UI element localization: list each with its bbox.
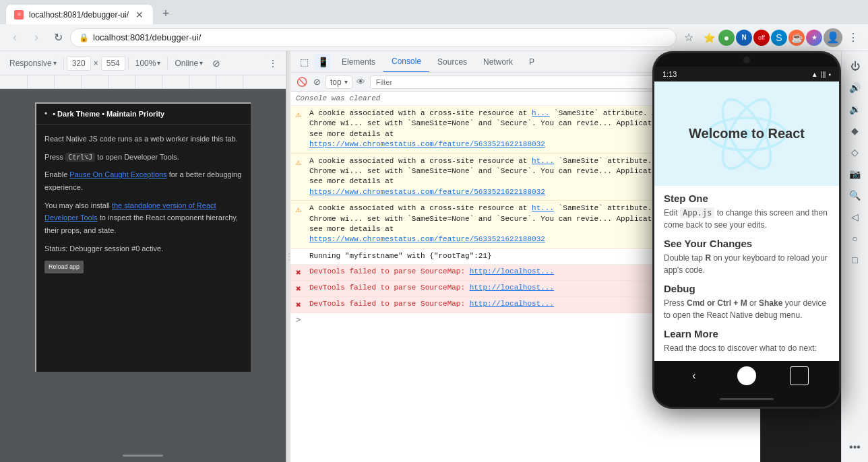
camera-notch	[743, 57, 750, 63]
more-actions-icon-btn[interactable]: •••	[846, 438, 865, 457]
recents-icon-btn[interactable]: □	[846, 251, 865, 269]
viewport-divider3	[167, 57, 168, 69]
error-icon-1: ✖	[296, 267, 305, 278]
ext2[interactable]: ●	[718, 30, 735, 46]
page-container: • • Dark Theme • Maintain Priority React…	[35, 102, 251, 372]
ext5[interactable]: S	[771, 30, 787, 46]
prompt-icon: >	[296, 316, 301, 325]
tab-network[interactable]: Network	[475, 51, 521, 72]
warning-link-1[interactable]: h...	[532, 109, 549, 117]
camera-icon-btn[interactable]: 📷	[846, 164, 865, 183]
phone-content: Step One Edit App.js to change this scre…	[654, 186, 839, 361]
body-text-1: React Native JS code runs as a web worke…	[44, 133, 243, 145]
console-clear-btn[interactable]: 🚫	[296, 76, 308, 88]
zoom-select[interactable]: 100% ▾	[131, 56, 165, 71]
context-chevron-icon: ▾	[344, 78, 348, 86]
diamond-icon-btn[interactable]: ◆	[846, 121, 865, 140]
x-separator: ×	[94, 59, 98, 68]
reload-button[interactable]: ↻	[49, 28, 67, 47]
see-changes-text: Double tap R on your keyboard to reload …	[664, 252, 830, 276]
learn-more-text: Read the docs to discover what to do nex…	[664, 342, 830, 354]
more-options-btn[interactable]: ⋮	[266, 55, 280, 71]
tab-sources[interactable]: Sources	[429, 51, 475, 72]
phone-time: 1:13	[662, 70, 677, 78]
debug-text: Press Cmd or Ctrl + M or Shake your devi…	[664, 297, 830, 321]
tab-console[interactable]: Console	[383, 51, 429, 72]
ruler-bar	[0, 75, 286, 89]
viewport-toolbar: Responsive ▾ × 100% ▾ Online ▾ ⊘ ⋮	[0, 51, 286, 75]
warning-link-2[interactable]: ht...	[532, 157, 554, 165]
body-text-4: You may also install the standalone vers…	[44, 199, 243, 237]
warning-link-3[interactable]: ht...	[532, 204, 554, 212]
network-label: Online	[175, 59, 198, 68]
tab-elements[interactable]: Elements	[334, 51, 383, 72]
ext4[interactable]: off	[753, 30, 770, 46]
network-chevron-icon: ▾	[199, 59, 203, 67]
sourcemap-link-2[interactable]: http://localhost...	[470, 284, 554, 292]
device-toggle-btn[interactable]: 📱	[315, 54, 331, 70]
viewport-width-input[interactable]	[67, 56, 91, 71]
warn-icon-1: ⚠	[296, 109, 305, 120]
page-header: • • Dark Theme • Maintain Priority	[36, 104, 251, 124]
forward-button[interactable]: ›	[27, 28, 46, 47]
pause-exceptions-link[interactable]: Pause On Caught Exceptions	[69, 170, 166, 178]
learn-more-title: Learn More	[664, 328, 830, 339]
sourcemap-link-3[interactable]: http://localhost...	[470, 300, 554, 308]
ext6[interactable]: ☕	[788, 30, 805, 46]
tab-close-icon[interactable]: ✕	[134, 9, 145, 20]
no-throttle-btn[interactable]: ⊘	[210, 55, 223, 71]
phone-home-btn[interactable]	[737, 366, 756, 385]
address-bar[interactable]: 🔒 localhost:8081/debugger-ui/	[70, 28, 677, 47]
install-prefix: You may also install	[44, 201, 112, 209]
chromestatus-link-3[interactable]: https://www.chromestatus.com/feature/563…	[309, 235, 545, 243]
profile-btn[interactable]: 👤	[824, 28, 842, 47]
chromestatus-link-2[interactable]: https://www.chromestatus.com/feature/563…	[309, 188, 545, 196]
chromestatus-link-1[interactable]: https://www.chromestatus.com/feature/563…	[309, 140, 545, 148]
tab-bar: ⚛ localhost:8081/debugger-ui/ ✕ +	[0, 0, 868, 24]
back-nav-icon-btn[interactable]: ◁	[846, 207, 865, 226]
bullet-icon: •	[44, 109, 47, 119]
bookmark-button[interactable]: ☆	[679, 28, 698, 47]
tab-performance[interactable]: P	[521, 51, 542, 72]
debug-title: Debug	[664, 283, 830, 294]
power-icon-btn[interactable]: ⏻	[846, 57, 865, 75]
wifi-icon: ▲	[811, 71, 818, 78]
volume-low-icon-btn[interactable]: 🔉	[846, 100, 865, 119]
chrome-menu-btn[interactable]: ⋮	[844, 28, 863, 47]
phone-overlay: 1:13 ▲ ||| ▪ Welc	[652, 51, 841, 409]
step-one-text: Edit App.js to change this screen and th…	[664, 207, 830, 231]
see-changes-title: See Your Changes	[664, 238, 830, 249]
diamond-outline-icon-btn[interactable]: ◇	[846, 143, 865, 162]
search-icon-btn[interactable]: 🔍	[846, 186, 865, 205]
context-selector[interactable]: top ▾	[326, 75, 352, 89]
home-icon-btn[interactable]: ○	[846, 229, 865, 248]
ext3[interactable]: N	[736, 30, 752, 46]
phone-status-bar: 1:13 ▲ ||| ▪	[654, 67, 839, 81]
phone-back-btn[interactable]: ‹	[685, 366, 704, 385]
viewport-height-input[interactable]	[101, 56, 125, 71]
reload-label: Reload app	[49, 263, 80, 270]
new-tab-btn[interactable]: +	[156, 4, 175, 23]
page-body: React Native JS code runs as a web worke…	[36, 124, 251, 282]
back-button[interactable]: ‹	[5, 28, 24, 47]
reload-app-btn[interactable]: Reload app	[44, 261, 84, 273]
network-select[interactable]: Online ▾	[170, 56, 207, 71]
ext7[interactable]: ★	[806, 30, 822, 46]
error-icon-2: ✖	[296, 284, 305, 294]
browser-tab-active[interactable]: ⚛ localhost:8081/debugger-ui/ ✕	[5, 4, 154, 24]
main-area: Responsive ▾ × 100% ▾ Online ▾ ⊘ ⋮	[0, 51, 868, 462]
inspect-element-btn[interactable]: ⬚	[296, 54, 312, 70]
body-text-2: Press Ctrl⌥J to open Developer Tools.	[44, 151, 243, 164]
eye-toggle-btn[interactable]: 👁	[355, 76, 367, 88]
scroll-indicator	[123, 455, 163, 457]
responsive-select[interactable]: Responsive ▾	[5, 56, 61, 71]
volume-high-icon-btn[interactable]: 🔊	[846, 78, 865, 97]
phone-screen: Welcome to React Step One Edit App.js to…	[654, 81, 839, 361]
phone-recents-btn[interactable]	[790, 366, 809, 385]
sourcemap-link-1[interactable]: http://localhost...	[470, 267, 554, 275]
battery-icon: ▪	[828, 71, 831, 78]
scroll-handle	[0, 449, 286, 462]
press-prefix: Press	[44, 153, 65, 161]
ext1[interactable]: ⭐	[701, 30, 717, 46]
console-filter-btn[interactable]: ⊘	[311, 76, 323, 88]
